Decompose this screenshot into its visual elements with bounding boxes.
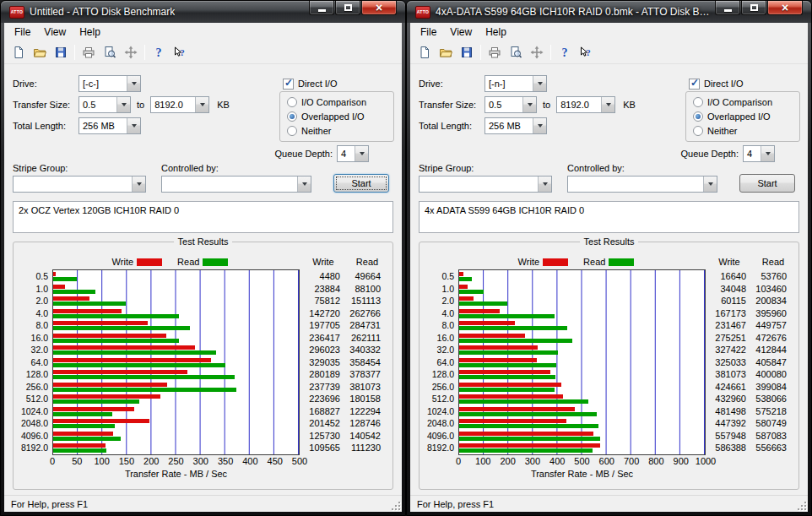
print-preview-button[interactable] — [506, 42, 526, 62]
transfer-from-select[interactable]: 0.5 — [484, 96, 537, 113]
radio-icon — [693, 111, 703, 122]
menubar: File View Help — [410, 23, 808, 41]
open-file-button[interactable] — [30, 42, 50, 62]
transfer-from-select[interactable]: 0.5 — [78, 96, 131, 113]
start-button[interactable]: Start — [333, 174, 389, 193]
pan-button[interactable] — [527, 42, 547, 62]
minimize-button[interactable] — [715, 1, 740, 15]
io-mode-group: I/O Comparison Overlapped I/O Neither — [685, 91, 800, 142]
transfer-size-label: Transfer Size: — [13, 100, 78, 110]
new-file-icon — [418, 46, 431, 59]
radio-io-comparison[interactable]: I/O Comparison — [287, 96, 387, 108]
window-title: 4xA-DATA S599 64GB ICH10R RAID 0.bmk - A… — [436, 6, 714, 18]
total-length-select[interactable]: 256 MB — [78, 117, 141, 134]
print-button[interactable] — [484, 42, 505, 62]
print-button[interactable] — [78, 42, 99, 62]
description-field[interactable]: 4x ADATA S599 64GB ICH10R RAID 0 — [419, 201, 799, 233]
transfer-to-select[interactable]: 8192.0 — [556, 96, 615, 113]
close-button[interactable] — [361, 1, 397, 15]
queue-depth-label: Queue Depth: — [681, 149, 739, 159]
toolbar-separator — [480, 45, 481, 60]
titlebar[interactable]: ATTO 4xA-DATA S599 64GB ICH10R RAID 0.bm… — [407, 1, 811, 23]
x-axis-title: Transfer Rate - MB / Sec — [52, 467, 300, 481]
about-help-button[interactable]: ? — [555, 42, 575, 62]
radio-io-comparison[interactable]: I/O Comparison — [693, 96, 793, 108]
description-field[interactable]: 2x OCZ Vertex 120GB ICH10R RAID 0 — [13, 201, 393, 233]
direct-io-checkbox[interactable]: Direct I/O — [689, 79, 743, 90]
close-icon — [376, 2, 382, 14]
radio-overlapped-io[interactable]: Overlapped I/O — [287, 111, 387, 122]
x-axis-ticks: 01002003004005006007008009001000 — [425, 455, 793, 467]
titlebar[interactable]: ATTO Untitled - ATTO Disk Benchmark — [1, 1, 405, 23]
radio-neither[interactable]: Neither — [287, 125, 387, 137]
write-legend-swatch — [137, 258, 162, 266]
drive-select[interactable]: [-n-] — [484, 75, 547, 92]
radio-overlapped-io[interactable]: Overlapped I/O — [693, 111, 793, 122]
minimize-button[interactable] — [309, 1, 334, 15]
radio-neither[interactable]: Neither — [693, 125, 793, 137]
chart-legend: Write Read Write Read — [425, 254, 793, 269]
open-file-button[interactable] — [436, 42, 456, 62]
close-button[interactable] — [767, 1, 803, 15]
help-icon: ? — [152, 46, 165, 59]
minimize-icon — [724, 9, 732, 12]
chevron-down-icon — [761, 146, 774, 161]
chevron-down-icon — [127, 118, 140, 133]
save-button[interactable] — [457, 42, 477, 62]
total-length-select[interactable]: 256 MB — [484, 117, 547, 134]
print-preview-icon — [509, 46, 522, 59]
maximize-button[interactable] — [335, 1, 360, 15]
resize-grip-icon[interactable] — [390, 500, 401, 511]
queue-depth-select[interactable]: 4 — [337, 145, 369, 162]
write-column-header: Write — [300, 257, 347, 267]
open-folder-icon — [439, 46, 452, 59]
save-button[interactable] — [51, 42, 71, 62]
direct-io-checkbox[interactable]: Direct I/O — [283, 79, 337, 90]
queue-depth-select[interactable]: 4 — [743, 145, 775, 162]
minimize-icon — [318, 9, 326, 12]
radio-icon — [287, 97, 297, 107]
maximize-button[interactable] — [741, 1, 766, 15]
stripe-group-select[interactable] — [13, 176, 146, 193]
radio-icon — [287, 126, 297, 136]
controlled-by-select[interactable] — [567, 176, 717, 193]
total-length-label: Total Length: — [13, 121, 78, 131]
checkbox-icon — [283, 79, 294, 90]
client-area: File View Help ? ? Drive: [-c-] — [4, 23, 402, 512]
new-file-button[interactable] — [8, 42, 29, 62]
start-button[interactable]: Start — [739, 174, 795, 193]
toolbar: ? ? — [4, 41, 402, 64]
app-icon: ATTO — [9, 6, 24, 19]
menu-view[interactable]: View — [443, 24, 479, 41]
to-label: to — [543, 100, 550, 110]
chevron-down-icon — [538, 177, 551, 192]
context-help-button[interactable]: ? — [170, 42, 190, 62]
new-file-button[interactable] — [414, 42, 435, 62]
context-help-icon: ? — [173, 46, 187, 59]
context-help-button[interactable]: ? — [576, 42, 596, 62]
about-help-button[interactable]: ? — [149, 42, 169, 62]
stripe-group-select[interactable] — [419, 176, 552, 193]
move-arrows-icon — [530, 46, 544, 59]
chart-legend: Write Read Write Read — [19, 254, 387, 269]
print-preview-button[interactable] — [100, 42, 120, 62]
transfer-to-select[interactable]: 8192.0 — [150, 96, 209, 113]
maximize-icon — [344, 4, 352, 11]
chevron-down-icon — [522, 97, 536, 112]
x-axis-title: Transfer Rate - MB / Sec — [458, 467, 706, 481]
resize-grip-icon[interactable] — [796, 500, 807, 511]
benchmark-settings: Drive: [-n-] Direct I/O Transfer Size: 0… — [410, 64, 808, 238]
maximize-icon — [750, 4, 758, 11]
status-text: For Help, press F1 — [11, 499, 88, 509]
menu-view[interactable]: View — [37, 24, 73, 41]
pan-button[interactable] — [121, 42, 141, 62]
menu-file[interactable]: File — [8, 24, 37, 41]
x-axis-label-row: Transfer Rate - MB / Sec — [425, 467, 793, 481]
controlled-by-select[interactable] — [161, 176, 311, 193]
drive-select[interactable]: [-c-] — [78, 75, 141, 92]
transfer-size-axis: 0.51.02.04.08.016.032.064.0128.0256.0512… — [425, 269, 458, 455]
chevron-down-icon — [703, 177, 717, 192]
menu-file[interactable]: File — [414, 24, 443, 41]
menu-help[interactable]: Help — [73, 24, 107, 41]
menu-help[interactable]: Help — [479, 24, 513, 41]
